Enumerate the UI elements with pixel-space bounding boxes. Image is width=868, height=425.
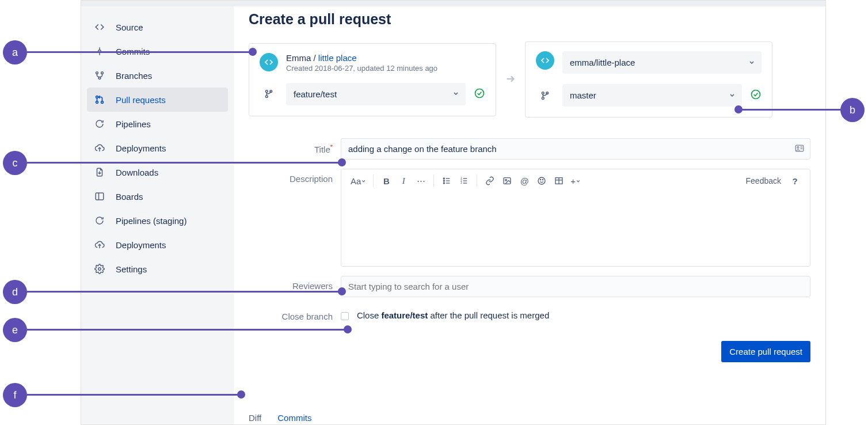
sidebar-item-downloads[interactable]: Downloads [87,160,228,184]
code-icon [94,21,105,33]
italic-button[interactable]: I [395,173,412,189]
editor-toolbar: Aa B I ⋯ 123 @ [341,169,810,192]
cloud-upload-icon [94,239,105,251]
svg-point-30 [444,180,445,181]
insert-more-button[interactable]: + [568,173,583,189]
branch-glyph-icon [260,89,278,99]
sidebar-item-boards[interactable]: Boards [87,184,228,208]
card-icon [794,143,805,155]
sidebar-item-branches[interactable]: Branches [87,63,228,88]
annotation-dot [344,325,352,333]
sidebar-item-pipelines[interactable]: Pipelines [87,112,228,136]
svg-point-19 [475,89,484,97]
pipeline-icon [94,215,105,226]
svg-point-31 [444,183,445,184]
description-editor[interactable]: Aa B I ⋯ 123 @ [341,169,810,267]
chevron-down-icon [729,90,736,100]
arrow-right-icon [504,73,517,87]
close-branch-text: Close feature/test after the pull reques… [357,310,549,320]
sidebar-item-label: Pull requests [116,95,166,105]
svg-point-29 [444,178,445,179]
svg-point-21 [542,92,544,94]
link-button[interactable] [482,173,498,189]
close-branch-label: Close branch [249,306,341,321]
annotation-line [27,162,341,164]
repo-avatar-icon [536,51,554,70]
svg-point-3 [96,72,98,74]
annotation-line [27,329,347,331]
tab-diff[interactable]: Diff [249,408,261,424]
svg-point-16 [265,90,268,93]
annotation-line [27,394,240,396]
sidebar-item-pipelines-staging[interactable]: Pipelines (staging) [87,208,228,233]
annotation-badge-b: b [840,98,865,122]
annotation-dot [237,390,245,399]
pipeline-icon [94,118,105,130]
sidebar-item-source[interactable]: Source [87,15,228,39]
svg-point-45 [543,179,543,180]
annotation-line [738,109,842,111]
main-content: Create a pull request Emma / little plac… [234,6,825,424]
mention-button[interactable]: @ [516,173,532,189]
more-format-button[interactable]: ⋯ [413,173,429,189]
svg-text:3: 3 [460,181,462,184]
sidebar-item-label: Downloads [116,168,158,177]
bold-button[interactable]: B [378,173,394,189]
feedback-link[interactable]: Feedback [741,176,786,185]
svg-point-4 [101,72,104,74]
branch-selection-row: Emma / little place Created 2018-06-27, … [249,41,810,117]
destination-branch-select[interactable]: master [562,84,742,107]
source-repo-link[interactable]: little place [318,53,357,63]
bullet-list-button[interactable] [439,173,455,189]
svg-point-7 [96,101,98,104]
sidebar-item-deployments[interactable]: Deployments [87,136,228,160]
tab-commits[interactable]: Commits [277,408,311,424]
sidebar-item-deployments-2[interactable]: Deployments [87,233,228,257]
svg-point-6 [96,96,98,98]
annotation-line [27,51,252,53]
reviewers-input[interactable] [341,276,810,297]
sidebar-item-label: Pipelines (staging) [116,216,186,226]
source-branch-select[interactable]: feature/test [286,83,466,105]
sidebar-item-label: Source [116,22,143,32]
sidebar-item-label: Settings [116,264,147,274]
svg-point-44 [540,179,541,180]
close-branch-checkbox[interactable] [341,312,349,320]
title-input[interactable] [341,138,810,160]
chevron-down-icon [452,89,459,99]
create-pull-request-button[interactable]: Create pull request [721,341,810,362]
annotation-dot [734,105,743,113]
repo-avatar-icon [260,53,278,71]
svg-point-9 [101,101,104,104]
table-button[interactable] [551,173,567,189]
image-button[interactable] [499,173,515,189]
source-repo-meta: Created 2018-06-27, updated 12 minutes a… [286,64,437,73]
reviewers-label: Reviewers [249,276,341,291]
sidebar-item-label: Pipelines [116,119,151,129]
top-strip [81,1,825,6]
svg-point-15 [98,268,101,271]
diff-commits-tabs: Diff Commits [249,408,810,424]
sidebar: Source Commits Branches Pull requests Pi… [81,6,234,424]
source-repo-title: Emma / little place [286,53,437,63]
destination-repo-select[interactable]: emma/little-place [562,51,762,74]
annotation-badge-f: f [3,383,27,407]
cloud-upload-icon [94,142,105,154]
sidebar-item-settings[interactable]: Settings [87,257,228,281]
editor-textarea[interactable] [341,192,810,266]
branch-glyph-icon [536,90,554,101]
check-ok-icon [750,89,762,102]
svg-rect-12 [96,193,104,200]
branch-icon [94,70,105,81]
help-button[interactable]: ? [787,173,803,189]
pull-request-icon [94,94,105,105]
numbered-list-button[interactable]: 123 [456,173,472,189]
sidebar-item-pull-requests[interactable]: Pull requests [87,88,228,112]
svg-point-22 [542,97,544,99]
text-style-button[interactable]: Aa [348,173,368,189]
annotation-badge-a: a [3,40,27,64]
check-ok-icon [474,88,485,101]
gear-icon [94,263,105,275]
emoji-button[interactable] [534,173,550,189]
sidebar-item-label: Boards [116,192,143,202]
